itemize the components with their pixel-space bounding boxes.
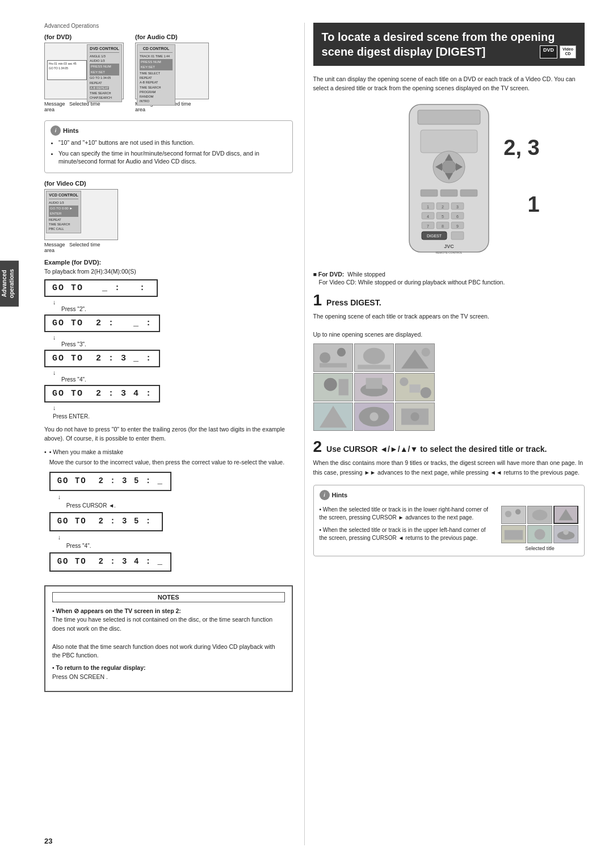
example-subtitle: To playback from 2(H):34(M):00(S) [44, 268, 293, 275]
right-column: To locate a desired scene from the openi… [304, 23, 585, 845]
press-3: Press "3". [61, 341, 86, 347]
hints-title: i Hints [51, 125, 287, 136]
step-1-block: 1 Press DIGEST. The opening scene of eac… [313, 292, 585, 431]
digest-cell-9 [395, 402, 435, 431]
step-1-body: The opening scene of each title or track… [313, 312, 585, 339]
page-number: 23 [44, 837, 52, 845]
step-2-body: When the disc contains more than 9 title… [313, 458, 585, 477]
svg-rect-41 [358, 365, 391, 370]
svg-text:8: 8 [442, 224, 444, 228]
mistake-label: • When you make a mistake [49, 448, 284, 456]
svg-text:1: 1 [427, 205, 429, 209]
step-1-title: Press DIGEST. [326, 297, 381, 308]
selected-grid [501, 506, 578, 543]
goto-box-2: GO TO 2 : _ : [44, 315, 160, 332]
svg-rect-1 [418, 110, 480, 124]
svg-rect-38 [320, 363, 347, 368]
dvd-control-panel: DVD CONTROL ANGLE 1/3 AUDIO 1/3 PRESS NU… [87, 44, 122, 102]
svg-text:7: 7 [427, 224, 429, 228]
svg-rect-50 [366, 378, 382, 389]
svg-text:DIGEST: DIGEST [427, 234, 442, 238]
step-1-overlay: 1 [528, 192, 540, 217]
digest-cell-2 [354, 343, 394, 372]
sel-cell-1 [501, 506, 526, 524]
right-hints-box: i Hints When the selected title or track… [313, 485, 585, 556]
remote-container: DIGEST JVC REMOTE CONTROL 1 2 3 4 5 6 7 … [313, 102, 585, 262]
notes-box: NOTES When ⊘ appears on the TV screen in… [44, 585, 293, 692]
svg-text:6: 6 [456, 215, 459, 219]
press-cursor: Press CURSOR ◄. [66, 502, 116, 510]
vcd-caption: Message Selected timearea [44, 242, 100, 253]
svg-point-4 [442, 160, 456, 174]
hints-icon: i [51, 125, 61, 136]
svg-text:4: 4 [427, 215, 429, 219]
svg-rect-11 [460, 190, 477, 196]
svg-rect-54 [409, 385, 420, 393]
svg-text:2: 2 [442, 205, 444, 209]
digest-cell-3 [395, 343, 435, 372]
right-hints-icon: i [320, 490, 330, 500]
goto-sequence-example: GO TO _ : : ↓ Press "2". GO TO 2 : _ : ↓… [44, 279, 293, 420]
hint-item-2: You can specify the time in hour/minute/… [58, 149, 287, 166]
dvd-video-badge: DVD VideoCD [540, 45, 576, 58]
hints-list: "10" and "+10" buttons are not used in t… [51, 139, 287, 166]
hints-box: i Hints "10" and "+10" buttons are not u… [44, 120, 293, 173]
svg-text:REMOTE CONTROL: REMOTE CONTROL [435, 251, 462, 254]
step-2-num: 2 [313, 439, 322, 455]
goto-box-1: GO TO _ : : [44, 279, 158, 297]
svg-point-59 [370, 413, 378, 421]
press-enter: Press ENTER. [53, 413, 90, 420]
right-hints-title: i Hints [320, 490, 578, 500]
dvd-diagram-label: (for DVD) [44, 33, 72, 40]
dvd-panel-title: DVD CONTROL [90, 46, 119, 53]
left-column: Advanced Operations (for DVD) Hrs 01 min… [44, 23, 304, 845]
press-4b: Press "4". [66, 542, 91, 550]
hint-item-1: "10" and "+10" buttons are not used in t… [58, 139, 287, 147]
sel-cell-3-highlight [553, 506, 578, 524]
svg-point-37 [337, 348, 345, 357]
svg-rect-10 [440, 190, 457, 196]
video-cd-diagram: (for Video CD) VCD CONTROL AUDIO 1/3 GO.… [44, 180, 118, 253]
selected-title-block: Selected title [501, 506, 578, 551]
right-hint-1: When the selected title or track is in t… [320, 506, 493, 522]
sidebar-tab-label: Advancedoperations [0, 261, 19, 307]
audio-cd-diagram: (for Audio CD) CD CONTROL TRACK 01 TIME … [135, 33, 209, 112]
notes-title: NOTES [52, 592, 285, 602]
notes-list: When ⊘ appears on the TV screen in step … [52, 607, 285, 682]
svg-text:9: 9 [456, 224, 459, 228]
mistake-section: • • When you make a mistake Move the cur… [44, 448, 293, 578]
svg-point-53 [420, 387, 431, 398]
example-label: Example (for DVD): [44, 259, 293, 266]
step-1-num: 1 [313, 292, 322, 308]
step-2-3-overlay: 2, 3 [503, 136, 539, 160]
dvd-caption: Message Selected timearea [44, 101, 100, 112]
sel-cell-4 [501, 525, 526, 543]
svg-point-67 [532, 509, 548, 520]
svg-point-52 [400, 378, 408, 386]
dvd-control-img: Hrs 01 min 03 sec 45 GO TO 1:34:05 DVD C… [44, 43, 124, 99]
dvd-screen-display: Hrs 01 min 03 sec 45 GO TO 1:34:05 [47, 60, 87, 80]
right-heading: To locate a desired scene from the openi… [313, 23, 585, 66]
digest-cell-5 [354, 373, 394, 401]
remote-svg: DIGEST JVC REMOTE CONTROL 1 2 3 4 5 6 7 … [392, 102, 506, 262]
mistake-goto-1: GO TO 2 : 3 5 : _ [49, 472, 171, 491]
sel-cell-5 [527, 525, 552, 543]
svg-point-36 [320, 353, 330, 363]
digest-cell-8 [354, 402, 394, 431]
mistake-body: Move the cursor to the incorrect value, … [49, 458, 284, 467]
digest-cell-4 [313, 373, 353, 401]
svg-text:5: 5 [442, 215, 444, 219]
mistake-goto-2: GO TO 2 : 3 5 : [49, 512, 163, 531]
remote-illustration: DIGEST JVC REMOTE CONTROL 1 2 3 4 5 6 7 … [392, 102, 506, 261]
badge-video-cd: VideoCD [560, 45, 576, 58]
dvd-note: ■ For DVD: While stopped For Video CD: W… [313, 271, 585, 286]
diagrams-row: (for DVD) Hrs 01 min 03 sec 45 GO TO 1:3… [44, 33, 293, 112]
svg-rect-71 [505, 530, 523, 539]
dvd-diagram: (for DVD) Hrs 01 min 03 sec 45 GO TO 1:3… [44, 33, 124, 112]
digest-cell-1 [313, 343, 353, 372]
section-label: Advanced Operations [44, 23, 293, 29]
press-2: Press "2". [61, 306, 86, 312]
cd-control-panel: CD CONTROL TRACK 01 TIME 1:44 PRESS NUM … [137, 44, 175, 106]
goto-sequence-mistake: GO TO 2 : 3 5 : _ ↓ Press CURSOR ◄. GO T… [49, 472, 284, 573]
badge-dvd: DVD [540, 45, 557, 58]
